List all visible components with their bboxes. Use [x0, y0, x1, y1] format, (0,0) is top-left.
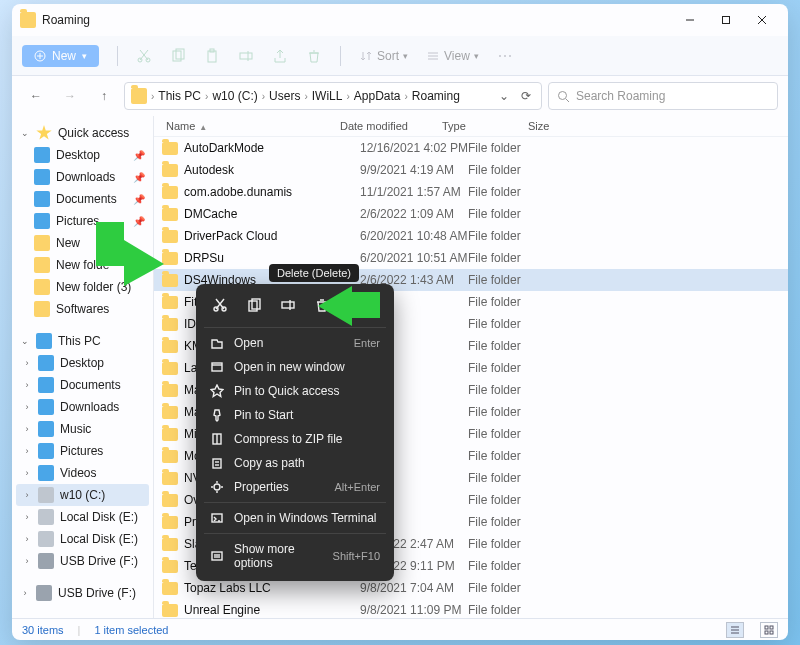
sort-button[interactable]: Sort▾	[359, 49, 408, 63]
details-view-button[interactable]	[726, 622, 744, 638]
drive-icon	[38, 421, 54, 437]
maximize-button[interactable]	[708, 6, 744, 34]
breadcrumb[interactable]: AppData	[354, 89, 401, 103]
view-button[interactable]: View▾	[426, 49, 479, 63]
drive-icon	[38, 531, 54, 547]
drive-icon	[38, 465, 54, 481]
refresh-button[interactable]: ⟳	[517, 89, 535, 103]
sidebar-item[interactable]: ›Videos	[16, 462, 149, 484]
share-icon[interactable]	[272, 48, 288, 64]
sidebar-item[interactable]: ›Local Disk (E:)	[16, 506, 149, 528]
address-folder-icon	[131, 88, 147, 104]
folder-icon	[162, 164, 178, 177]
sidebar-item[interactable]: ›Music	[16, 418, 149, 440]
more-icon[interactable]	[497, 48, 513, 64]
table-row[interactable]: DriverPack Cloud6/20/2021 10:48 AMFile f…	[154, 225, 788, 247]
sidebar-item[interactable]: Downloads📌	[16, 166, 149, 188]
svg-rect-30	[765, 631, 768, 634]
paste-icon[interactable]	[204, 48, 220, 64]
pin-icon	[210, 408, 224, 422]
svg-marker-52	[96, 222, 164, 286]
status-selected: 1 item selected	[94, 624, 168, 636]
up-button[interactable]: ↑	[90, 82, 118, 110]
context-menu-item[interactable]: Open in new window	[202, 355, 388, 379]
context-menu-item[interactable]: Open in Windows Terminal	[202, 506, 388, 530]
sidebar-quick-access[interactable]: ⌄Quick access	[16, 122, 149, 144]
sidebar-this-pc[interactable]: ⌄This PC	[16, 330, 149, 352]
context-menu-item[interactable]: Pin to Quick access	[202, 379, 388, 403]
sidebar-item[interactable]: ›Desktop	[16, 352, 149, 374]
breadcrumb[interactable]: Roaming	[412, 89, 460, 103]
delete-icon[interactable]	[306, 48, 322, 64]
sidebar-item[interactable]: Softwares	[16, 298, 149, 320]
folder-icon	[162, 384, 178, 397]
breadcrumb[interactable]: IWiLL	[312, 89, 343, 103]
back-button[interactable]: ←	[22, 82, 50, 110]
breadcrumb[interactable]: Users	[269, 89, 300, 103]
folder-icon	[162, 450, 178, 463]
svg-rect-44	[213, 459, 221, 468]
drive-icon	[38, 509, 54, 525]
close-button[interactable]	[744, 6, 780, 34]
folder-icon	[34, 169, 50, 185]
sidebar-item[interactable]: Documents📌	[16, 188, 149, 210]
sidebar-usb-drive[interactable]: ›USB Drive (F:)	[16, 582, 149, 604]
annotation-arrow-right	[318, 286, 380, 326]
sidebar-item[interactable]: ›Local Disk (E:)	[16, 528, 149, 550]
ctx-rename-button[interactable]	[274, 292, 302, 318]
breadcrumb[interactable]: w10 (C:)	[212, 89, 257, 103]
table-row[interactable]: AutoDarkMode12/16/2021 4:02 PMFile folde…	[154, 137, 788, 159]
folder-icon	[34, 301, 50, 317]
pin-icon: 📌	[133, 194, 145, 205]
folder-icon	[34, 279, 50, 295]
copy-icon[interactable]	[170, 48, 186, 64]
sidebar-item[interactable]: ›Pictures	[16, 440, 149, 462]
sidebar-item[interactable]: ›USB Drive (F:)	[16, 550, 149, 572]
ctx-copy-button[interactable]	[240, 292, 268, 318]
folder-icon	[162, 538, 178, 551]
table-row[interactable]: Unreal Engine9/8/2021 11:09 PMFile folde…	[154, 599, 788, 618]
svg-rect-38	[282, 302, 294, 308]
context-menu-item[interactable]: PropertiesAlt+Enter	[202, 475, 388, 499]
folder-icon	[162, 494, 178, 507]
table-row[interactable]: DRPSu6/20/2021 10:51 AMFile folder	[154, 247, 788, 269]
folder-icon	[162, 318, 178, 331]
ctx-cut-button[interactable]	[206, 292, 234, 318]
table-row[interactable]: DMCache2/6/2022 1:09 AMFile folder	[154, 203, 788, 225]
address-dropdown-icon[interactable]: ⌄	[495, 89, 513, 103]
star-icon	[36, 125, 52, 141]
context-menu-item[interactable]: Pin to Start	[202, 403, 388, 427]
context-menu-item[interactable]: Copy as path	[202, 451, 388, 475]
drive-icon	[38, 443, 54, 459]
address-bar[interactable]: › This PC› w10 (C:)› Users› IWiLL› AppDa…	[124, 82, 542, 110]
svg-line-24	[566, 99, 569, 102]
sidebar-item[interactable]: ›Documents	[16, 374, 149, 396]
folder-icon	[162, 428, 178, 441]
thumbnails-view-button[interactable]	[760, 622, 778, 638]
cut-icon[interactable]	[136, 48, 152, 64]
svg-rect-1	[723, 17, 730, 24]
column-headers[interactable]: Name▲ Date modified Type Size	[154, 116, 788, 137]
table-row[interactable]: com.adobe.dunamis11/1/2021 1:57 AMFile f…	[154, 181, 788, 203]
context-menu-item[interactable]: Compress to ZIP file	[202, 427, 388, 451]
context-menu-item[interactable]: OpenEnter	[202, 331, 388, 355]
search-input[interactable]: Search Roaming	[548, 82, 778, 110]
sidebar-item[interactable]: Desktop📌	[16, 144, 149, 166]
sidebar-item[interactable]: ›w10 (C:)	[16, 484, 149, 506]
breadcrumb[interactable]: This PC	[158, 89, 201, 103]
folder-icon	[34, 213, 50, 229]
svg-marker-53	[318, 286, 380, 326]
window-folder-icon	[20, 12, 36, 28]
new-button[interactable]: New ▾	[22, 45, 99, 67]
rename-icon[interactable]	[238, 48, 254, 64]
drive-icon	[38, 377, 54, 393]
folder-icon	[162, 516, 178, 529]
drive-icon	[38, 355, 54, 371]
forward-button[interactable]: →	[56, 82, 84, 110]
sidebar-item[interactable]: ›Downloads	[16, 396, 149, 418]
folder-icon	[162, 362, 178, 375]
context-menu-item[interactable]: Show more optionsShift+F10	[202, 537, 388, 575]
folder-icon	[34, 257, 50, 273]
minimize-button[interactable]	[672, 6, 708, 34]
table-row[interactable]: Autodesk9/9/2021 4:19 AMFile folder	[154, 159, 788, 181]
